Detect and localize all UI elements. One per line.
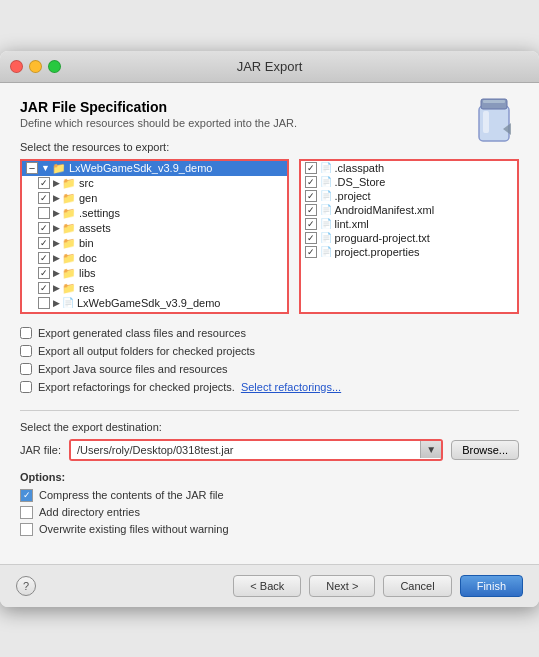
tree-checkbox[interactable] — [38, 207, 50, 219]
tree-item[interactable]: ▶ 📁 .settings — [22, 206, 287, 221]
tree-checkbox[interactable] — [38, 192, 50, 204]
tree-checkbox[interactable] — [305, 204, 317, 216]
tree-item[interactable]: 📄 proguard-project.txt — [301, 231, 517, 245]
tree-checkbox[interactable] — [305, 190, 317, 202]
tree-item[interactable]: 📄 .classpath — [301, 161, 517, 175]
option-row: Overwrite existing files without warning — [20, 521, 519, 538]
titlebar: JAR Export — [0, 51, 539, 83]
tree-label: doc — [79, 252, 97, 264]
compress-label: Compress the contents of the JAR file — [39, 489, 224, 501]
tree-label: assets — [79, 222, 111, 234]
navigation-buttons: < Back Next > Cancel Finish — [233, 575, 523, 597]
tree-checkbox[interactable] — [38, 297, 50, 309]
tree-label: libs — [79, 267, 96, 279]
main-content: JAR File Specification Define which reso… — [0, 83, 539, 564]
tree-label: proguard-project.txt — [335, 232, 430, 244]
export-source-checkbox[interactable] — [20, 363, 32, 375]
arrow-icon: ▼ — [41, 163, 50, 173]
export-options: Export generated class files and resourc… — [20, 324, 519, 396]
tree-checkbox[interactable] — [305, 232, 317, 244]
folder-icon: 📁 — [62, 192, 76, 205]
tree-checkbox[interactable] — [38, 237, 50, 249]
file-icon: 📄 — [320, 176, 332, 187]
file-icon: 📄 — [62, 297, 74, 308]
tree-checkbox[interactable] — [305, 246, 317, 258]
back-button[interactable]: < Back — [233, 575, 301, 597]
export-option-row: Export refactorings for checked projects… — [20, 378, 519, 396]
folder-icon: 📁 — [52, 162, 66, 175]
tree-item[interactable]: ▶ 📁 gen — [22, 191, 287, 206]
compress-checkbox[interactable] — [20, 489, 33, 502]
tree-label: project.properties — [335, 246, 420, 258]
tree-label: gen — [79, 192, 97, 204]
cancel-button[interactable]: Cancel — [383, 575, 451, 597]
tree-checkbox[interactable] — [305, 218, 317, 230]
arrow-icon: ▶ — [53, 268, 60, 278]
tree-checkbox[interactable] — [38, 252, 50, 264]
tree-checkbox[interactable] — [305, 176, 317, 188]
tree-item[interactable]: 📄 .project — [301, 189, 517, 203]
file-icon: 📄 — [320, 204, 332, 215]
export-source-label: Export Java source files and resources — [38, 363, 228, 375]
jar-input-wrap: ▼ — [69, 439, 443, 461]
finish-button[interactable]: Finish — [460, 575, 523, 597]
directory-entries-checkbox[interactable] — [20, 506, 33, 519]
browse-button[interactable]: Browse... — [451, 440, 519, 460]
tree-item[interactable]: ▶ 📄 LxWebGameSdk_v3.9_demo — [22, 296, 287, 310]
tree-item[interactable]: 📄 .DS_Store — [301, 175, 517, 189]
export-output-label: Export all output folders for checked pr… — [38, 345, 255, 357]
export-refactorings-checkbox[interactable] — [20, 381, 32, 393]
arrow-icon: ▶ — [53, 193, 60, 203]
arrow-icon: ▶ — [53, 223, 60, 233]
tree-label: src — [79, 177, 94, 189]
tree-checkbox[interactable] — [38, 177, 50, 189]
help-button[interactable]: ? — [16, 576, 36, 596]
folder-icon: 📁 — [62, 282, 76, 295]
overwrite-checkbox[interactable] — [20, 523, 33, 536]
tree-checkbox[interactable] — [38, 282, 50, 294]
jar-path-input[interactable] — [71, 441, 420, 459]
destination-label: Select the export destination: — [20, 421, 519, 433]
resources-label: Select the resources to export: — [20, 141, 519, 153]
tree-item[interactable]: 📄 project.properties — [301, 245, 517, 259]
tree-item[interactable]: ▼ 📁 LxWebGameSdk_v3.9_demo — [22, 161, 287, 176]
left-tree-panel[interactable]: ▼ 📁 LxWebGameSdk_v3.9_demo ▶ 📁 src ▶ 📁 g… — [20, 159, 289, 314]
tree-checkbox[interactable] — [38, 222, 50, 234]
bottom-bar: ? < Back Next > Cancel Finish — [0, 564, 539, 607]
divider — [20, 410, 519, 411]
export-refactorings-label: Export refactorings for checked projects… — [38, 381, 235, 393]
minimize-button[interactable] — [29, 60, 42, 73]
jar-dropdown-button[interactable]: ▼ — [420, 441, 441, 458]
file-icon: 📄 — [320, 162, 332, 173]
tree-label: .project — [335, 190, 371, 202]
tree-item[interactable]: 📄 AndroidManifest.xml — [301, 203, 517, 217]
jar-file-label: JAR file: — [20, 444, 61, 456]
tree-item[interactable]: ▶ 📁 assets — [22, 221, 287, 236]
tree-item[interactable]: ▶ 📁 src — [22, 176, 287, 191]
tree-item[interactable]: 📄 lint.xml — [301, 217, 517, 231]
tree-item[interactable]: ▶ 📁 libs — [22, 266, 287, 281]
option-row: Add directory entries — [20, 504, 519, 521]
tree-label: res — [79, 282, 94, 294]
tree-item[interactable]: ▶ 📁 doc — [22, 251, 287, 266]
maximize-button[interactable] — [48, 60, 61, 73]
arrow-icon: ▶ — [53, 298, 60, 308]
select-refactorings-link[interactable]: Select refactorings... — [241, 381, 341, 393]
export-output-checkbox[interactable] — [20, 345, 32, 357]
header-section: JAR File Specification Define which reso… — [20, 99, 519, 129]
next-button[interactable]: Next > — [309, 575, 375, 597]
tree-item[interactable]: ▶ 📁 res — [22, 281, 287, 296]
tree-checkbox[interactable] — [38, 267, 50, 279]
export-classes-checkbox[interactable] — [20, 327, 32, 339]
tree-checkbox[interactable] — [305, 162, 317, 174]
tree-label: AndroidManifest.xml — [335, 204, 435, 216]
jar-export-window: JAR Export JAR File Specification Define… — [0, 51, 539, 607]
tree-checkbox[interactable] — [26, 162, 38, 174]
tree-label: bin — [79, 237, 94, 249]
tree-item[interactable]: ▶ 📁 bin — [22, 236, 287, 251]
close-button[interactable] — [10, 60, 23, 73]
file-icon: 📄 — [320, 190, 332, 201]
right-tree-panel[interactable]: 📄 .classpath 📄 .DS_Store 📄 .project — [299, 159, 519, 314]
export-classes-label: Export generated class files and resourc… — [38, 327, 246, 339]
tree-label: lint.xml — [335, 218, 369, 230]
